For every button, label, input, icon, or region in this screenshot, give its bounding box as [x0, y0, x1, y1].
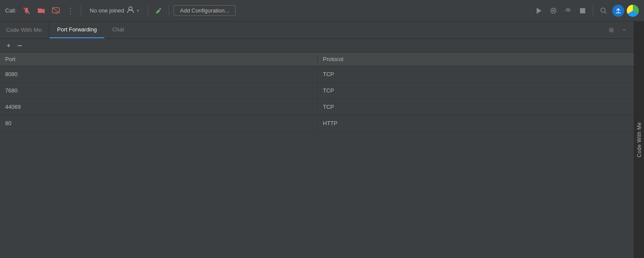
empty-area [0, 132, 634, 258]
svg-rect-11 [580, 8, 585, 13]
separator-1 [81, 6, 81, 16]
call-label: Call: [5, 7, 16, 14]
table-row[interactable]: 7680 TCP [0, 83, 634, 99]
tab-prefix: Code With Me: [0, 22, 49, 38]
add-configuration-button[interactable]: Add Configuration... [173, 5, 236, 16]
svg-point-8 [159, 8, 161, 10]
cell-port-44069: 44069 [0, 99, 318, 115]
cell-protocol-44069: TCP [318, 99, 634, 115]
table-row[interactable]: 8080 TCP [0, 66, 634, 83]
cell-port-7680: 7680 [0, 83, 318, 98]
mute-screen-button[interactable] [50, 5, 62, 17]
person-icon [127, 6, 134, 15]
coverage-button[interactable] [562, 5, 574, 17]
column-protocol: Protocol [318, 56, 634, 62]
minus-icon: − [622, 27, 626, 34]
tab-chat[interactable]: Chat [104, 22, 131, 38]
mute-video-button[interactable] [35, 5, 47, 17]
avatar[interactable] [627, 5, 639, 17]
main-toolbar: Call: ⋮ No one joined [0, 0, 644, 22]
upload-button[interactable] [612, 5, 624, 17]
separator-2 [148, 6, 148, 16]
svg-line-5 [52, 8, 59, 13]
no-one-joined-label: No one joined [90, 7, 124, 14]
settings-button[interactable] [606, 25, 617, 35]
search-button[interactable] [598, 5, 610, 17]
table-header: Port Protocol [0, 52, 634, 66]
mute-microphone-button[interactable] [21, 5, 33, 17]
cell-port-80: 80 [0, 115, 318, 131]
side-panel-label[interactable]: Code With Me [634, 22, 644, 258]
run-button[interactable] [533, 5, 545, 17]
separator-3 [169, 6, 169, 16]
table-row[interactable]: 80 HTTP [0, 115, 634, 132]
stop-button[interactable] [577, 5, 589, 17]
content-area: Code With Me: Port Forwarding Chat − [0, 22, 634, 258]
tab-bar: Code With Me: Port Forwarding Chat − [0, 22, 634, 39]
debug-button[interactable] [547, 5, 559, 17]
participants-button[interactable]: No one joined ▾ [85, 4, 143, 17]
side-label-text: Code With Me [636, 122, 642, 157]
minimize-button[interactable]: − [619, 25, 629, 35]
svg-point-15 [611, 29, 613, 31]
port-forwarding-table: Port Protocol 8080 TCP 7680 TCP 44069 TC… [0, 52, 634, 258]
column-port: Port [0, 56, 318, 62]
svg-point-12 [601, 8, 605, 12]
svg-line-13 [605, 12, 607, 13]
chevron-down-icon: ▾ [137, 8, 139, 13]
tab-port-forwarding[interactable]: Port Forwarding [49, 22, 104, 38]
cell-protocol-7680: TCP [318, 83, 634, 98]
panel-toolbar: + − [0, 39, 634, 52]
main-panel: Code With Me: Port Forwarding Chat − [0, 22, 644, 258]
remove-port-button[interactable]: − [15, 40, 25, 51]
cell-protocol-80: HTTP [318, 115, 634, 131]
toolbar-right [533, 5, 639, 17]
cell-protocol-8080: TCP [318, 66, 634, 82]
add-port-button[interactable]: + [3, 40, 14, 51]
more-options-button[interactable]: ⋮ [64, 5, 76, 17]
separator-4 [593, 6, 593, 16]
table-row[interactable]: 44069 TCP [0, 99, 634, 115]
tab-bar-right: − [602, 22, 634, 38]
svg-point-10 [567, 10, 569, 12]
more-icon: ⋮ [67, 6, 75, 15]
cell-port-8080: 8080 [0, 66, 318, 82]
wrench-button[interactable] [152, 5, 164, 17]
